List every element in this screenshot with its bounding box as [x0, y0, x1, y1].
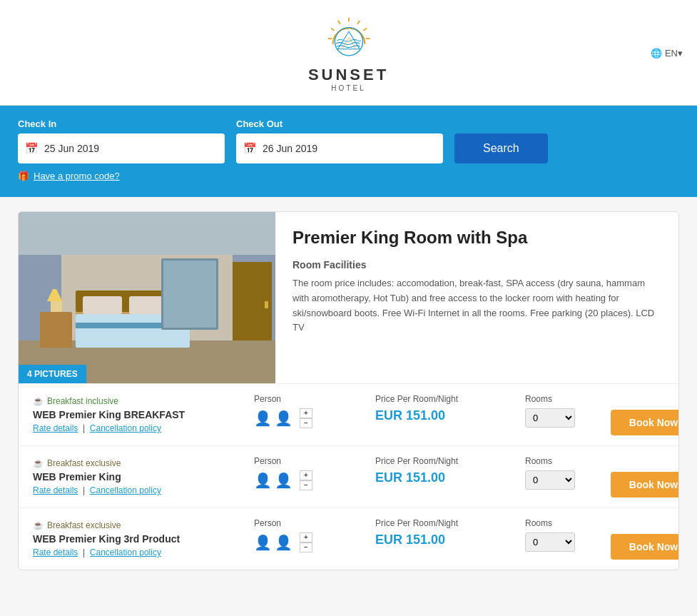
rate-links-0: Rate details | Cancellation policy — [33, 423, 254, 433]
person-icon: 👤 — [275, 534, 292, 551]
price-amount-0: EUR 151.00 — [375, 408, 525, 423]
lang-label: EN — [665, 47, 678, 58]
checkout-label: Check Out — [236, 118, 443, 129]
svg-rect-24 — [265, 301, 268, 308]
person-icon: 👤 — [275, 410, 292, 427]
chevron-down-icon: ▾ — [678, 47, 683, 58]
rooms-select-2[interactable]: 01234 — [525, 532, 575, 552]
gift-icon: 🎁 — [18, 171, 29, 181]
rooms-select-wrap-0: 01234 — [525, 408, 611, 428]
room-image — [19, 212, 275, 383]
rate-tag-1: ☕ Breakfast exclusive — [33, 458, 121, 468]
rate-links-1: Rate details | Cancellation policy — [33, 485, 254, 495]
cancellation-link-0[interactable]: Cancellation policy — [90, 423, 161, 433]
svg-rect-19 — [51, 301, 62, 312]
rate-tag-0: ☕ Breakfast inclusive — [33, 396, 118, 406]
svg-rect-9 — [19, 212, 275, 255]
globe-icon: 🌐 — [651, 47, 662, 58]
main-content: 4 PICTURES Premier King Room with Spa Ro… — [0, 197, 697, 585]
logo-subtext: HOTEL — [331, 84, 365, 92]
svg-rect-18 — [40, 312, 72, 348]
cancellation-link-2[interactable]: Cancellation policy — [90, 547, 161, 557]
person-counter-0: + − — [300, 408, 312, 428]
svg-line-4 — [337, 21, 340, 24]
person-increment-1[interactable]: + — [300, 470, 312, 480]
person-icons-2: 👤 👤 + − — [254, 532, 375, 552]
coffee-icon: ☕ — [33, 520, 44, 530]
price-col-header-2: Price Per Room/Night — [375, 518, 525, 528]
rooms-col-header-2: Rooms — [525, 518, 611, 528]
room-facilities-label: Room Facilities — [292, 259, 661, 271]
rate-details-link-2[interactable]: Rate details — [33, 547, 78, 557]
rate-details-link-0[interactable]: Rate details — [33, 423, 78, 433]
search-button[interactable]: Search — [454, 133, 548, 163]
rate-name-1: WEB Premier King — [33, 471, 254, 483]
rooms-col-header-1: Rooms — [525, 456, 611, 466]
rooms-select-0[interactable]: 01234 — [525, 408, 575, 428]
price-col-header-1: Price Per Room/Night — [375, 456, 525, 466]
promo-link-wrap: 🎁 Have a promo code? — [18, 171, 679, 181]
rate-row: ☕ Breakfast exclusive WEB Premier King R… — [19, 446, 678, 508]
price-amount-2: EUR 151.00 — [375, 532, 525, 547]
person-icon: 👤 — [254, 472, 272, 489]
rooms-select-wrap-1: 01234 — [525, 470, 611, 490]
logo-icon — [324, 13, 374, 63]
rate-row: ☕ Breakfast exclusive WEB Premier King 3… — [19, 508, 678, 570]
rate-details-link-1[interactable]: Rate details — [33, 485, 78, 495]
language-selector[interactable]: 🌐 EN ▾ — [651, 47, 683, 58]
person-col-header-2: Person — [254, 518, 375, 528]
checkout-input-wrap: 📅 — [236, 133, 443, 163]
person-icon: 👤 — [275, 472, 292, 489]
svg-line-5 — [330, 28, 334, 31]
checkout-input[interactable] — [263, 143, 436, 154]
rate-tag-2: ☕ Breakfast exclusive — [33, 520, 121, 530]
checkin-input-wrap: 📅 — [18, 133, 225, 163]
cancellation-link-1[interactable]: Cancellation policy — [90, 485, 161, 495]
person-col-header-0: Person — [254, 394, 375, 404]
person-increment-0[interactable]: + — [300, 408, 312, 418]
rate-name-0: WEB Premier King BREAKFAST — [33, 409, 254, 420]
promo-link[interactable]: Have a promo code? — [34, 171, 120, 181]
person-col-header-1: Person — [254, 456, 375, 466]
book-now-button-0[interactable]: Book Now — [611, 410, 679, 435]
book-now-button-2[interactable]: Book Now — [611, 534, 679, 560]
person-decrement-0[interactable]: − — [300, 418, 312, 428]
calendar-icon: 📅 — [243, 142, 257, 155]
room-image-svg — [19, 212, 275, 383]
rooms-col-header-0: Rooms — [525, 394, 611, 404]
calendar-icon: 📅 — [25, 142, 39, 155]
book-now-button-1[interactable]: Book Now — [611, 472, 679, 498]
search-bar-inner: Check In 📅 Check Out 📅 Search — [18, 118, 679, 163]
rate-name-2: WEB Premier King 3rd Product — [33, 533, 254, 545]
person-decrement-1[interactable]: − — [300, 480, 312, 490]
svg-rect-14 — [83, 296, 122, 314]
room-card: 4 PICTURES Premier King Room with Spa Ro… — [18, 211, 679, 570]
pictures-badge[interactable]: 4 PICTURES — [19, 365, 86, 383]
rate-row: ☕ Breakfast inclusive WEB Premier King B… — [19, 384, 678, 446]
person-icons-0: 👤 👤 + − — [254, 408, 375, 428]
rate-rows: ☕ Breakfast inclusive WEB Premier King B… — [19, 383, 678, 570]
price-amount-1: EUR 151.00 — [375, 470, 525, 485]
person-decrement-2[interactable]: − — [300, 542, 312, 552]
header: SUNSET HOTEL 🌐 EN ▾ — [0, 0, 697, 106]
checkout-field: Check Out 📅 — [236, 118, 443, 163]
person-icon: 👤 — [254, 410, 272, 427]
rooms-select-1[interactable]: 01234 — [525, 470, 575, 490]
svg-line-2 — [363, 28, 367, 31]
logo-name: SUNSET — [308, 66, 389, 84]
svg-rect-22 — [163, 261, 216, 328]
coffee-icon: ☕ — [33, 396, 44, 406]
coffee-icon: ☕ — [33, 458, 44, 468]
price-col-header-0: Price Per Room/Night — [375, 394, 525, 404]
rooms-select-wrap-2: 01234 — [525, 532, 611, 552]
person-counter-2: + − — [300, 532, 312, 552]
search-bar: Check In 📅 Check Out 📅 Search 🎁 Have a p… — [0, 106, 697, 197]
person-icon: 👤 — [254, 534, 272, 551]
checkin-input[interactable] — [44, 143, 218, 154]
room-top: 4 PICTURES Premier King Room with Spa Ro… — [19, 212, 678, 383]
checkin-label: Check In — [18, 118, 225, 129]
rate-links-2: Rate details | Cancellation policy — [33, 547, 254, 557]
checkin-field: Check In 📅 — [18, 118, 225, 163]
person-increment-2[interactable]: + — [300, 532, 312, 542]
room-description: The room price includes: accomodation, b… — [292, 276, 661, 335]
